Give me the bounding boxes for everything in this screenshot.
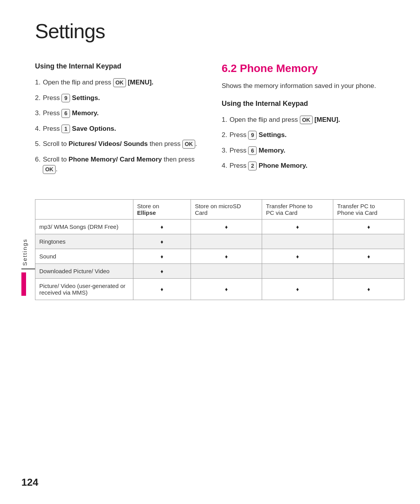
row-cell: ♦ (133, 249, 191, 263)
table-row: Picture/ Video (user-generated or receiv… (35, 278, 404, 300)
two-column-layout: Using the Internal Keypad 1. Open the fl… (35, 62, 404, 180)
key-1: 1 (61, 125, 70, 133)
step-content: Press 2 Phone Memory. (229, 161, 404, 171)
row-cell (191, 234, 262, 249)
row-cell: ♦ (191, 219, 262, 234)
key-2: 2 (248, 162, 257, 170)
step-content: Scroll to Pictures/ Videos/ Sounds then … (43, 139, 198, 149)
key-6: 6 (61, 109, 70, 118)
step-num: 1. (222, 115, 227, 125)
checkmark-diamond: ♦ (161, 268, 163, 274)
accent-bar (21, 272, 26, 296)
left-section-heading: Using the Internal Keypad (35, 62, 198, 70)
step-content: Press 1 Save Options. (43, 124, 198, 134)
col-header-1: Store onEllipse (133, 199, 191, 219)
left-step-3: 3. Press 6 Memory. (35, 108, 198, 118)
right-steps-list: 1. Open the flip and press OK [MENU]. 2.… (222, 115, 404, 171)
step-content: Open the flip and press OK [MENU]. (43, 77, 198, 88)
left-step-2: 2. Press 9 Settings. (35, 93, 198, 103)
row-label: Sound (35, 249, 133, 263)
step-num: 3. (35, 108, 40, 118)
right-section-heading: 6.2 Phone Memory (222, 62, 404, 75)
col-header-4: Transfer PC toPhone via Card (333, 199, 404, 219)
table-row: Sound♦♦♦♦ (35, 249, 404, 263)
step-content: Press 6 Memory. (229, 146, 404, 156)
row-cell: ♦ (133, 263, 191, 278)
step-content: Scroll to Phone Memory/ Card Memory then… (43, 155, 198, 174)
right-step-3: 3. Press 6 Memory. (222, 146, 404, 156)
right-step-4: 4. Press 2 Phone Memory. (222, 161, 404, 171)
right-column: 6.2 Phone Memory Shows the memory inform… (222, 62, 404, 180)
table-row: Ringtones♦ (35, 234, 404, 249)
row-cell (262, 263, 333, 278)
left-step-1: 1. Open the flip and press OK [MENU]. (35, 77, 198, 88)
step-content: Press 9 Settings. (43, 93, 198, 103)
step-content: Open the flip and press OK [MENU]. (229, 115, 404, 125)
row-cell (262, 234, 333, 249)
row-cell: ♦ (191, 278, 262, 300)
row-label: mp3/ WMA Songs (DRM Free) (35, 219, 133, 234)
page-title: Settings (35, 19, 404, 43)
step-num: 5. (35, 139, 40, 149)
checkmark-diamond: ♦ (296, 286, 299, 292)
ok-key: OK (43, 165, 56, 174)
row-cell: ♦ (133, 278, 191, 300)
memory-table: Store onEllipse Store on microSDCard Tra… (35, 199, 404, 300)
checkmark-diamond: ♦ (367, 253, 370, 260)
left-step-4: 4. Press 1 Save Options. (35, 124, 198, 134)
page-container: Settings 124 Settings Using the Internal… (0, 0, 420, 504)
key-9: 9 (248, 131, 257, 139)
row-cell: ♦ (262, 219, 333, 234)
step-content: Press 9 Settings. (229, 130, 404, 140)
col-header-3: Transfer Phone toPC via Card (262, 199, 333, 219)
step-num: 4. (35, 124, 40, 134)
row-cell: ♦ (133, 219, 191, 234)
step-num: 2. (222, 130, 227, 140)
row-label: Downloaded Picture/ Video (35, 263, 133, 278)
main-content: Settings Using the Internal Keypad 1. Op… (35, 19, 404, 300)
ok-key: OK (300, 116, 313, 124)
checkmark-diamond: ♦ (161, 239, 163, 245)
col-header-0 (35, 199, 133, 219)
row-cell (191, 263, 262, 278)
right-subheading: Using the Internal Keypad (222, 100, 404, 108)
row-cell (333, 263, 404, 278)
key-9: 9 (61, 94, 70, 102)
row-cell: ♦ (262, 278, 333, 300)
left-step-5: 5. Scroll to Pictures/ Videos/ Sounds th… (35, 139, 198, 149)
checkmark-diamond: ♦ (367, 224, 370, 230)
row-cell: ♦ (133, 234, 191, 249)
left-column: Using the Internal Keypad 1. Open the fl… (35, 62, 198, 180)
right-step-1: 1. Open the flip and press OK [MENU]. (222, 115, 404, 125)
sidebar-label: Settings (21, 238, 28, 265)
checkmark-diamond: ♦ (296, 253, 299, 260)
checkmark-diamond: ♦ (367, 286, 370, 292)
left-steps-list: 1. Open the flip and press OK [MENU]. 2.… (35, 77, 198, 174)
checkmark-diamond: ♦ (161, 253, 163, 260)
row-cell: ♦ (262, 249, 333, 263)
step-num: 2. (35, 93, 40, 103)
table-header-row: Store onEllipse Store on microSDCard Tra… (35, 199, 404, 219)
ok-key: OK (113, 78, 126, 87)
ok-key: OK (182, 140, 195, 148)
step-num: 4. (222, 161, 227, 171)
step-num: 6. (35, 155, 40, 165)
key-6: 6 (248, 146, 257, 155)
row-cell: ♦ (333, 249, 404, 263)
right-step-2: 2. Press 9 Settings. (222, 130, 404, 140)
row-cell (333, 234, 404, 249)
left-step-6: 6. Scroll to Phone Memory/ Card Memory t… (35, 155, 198, 174)
table-row: mp3/ WMA Songs (DRM Free)♦♦♦♦ (35, 219, 404, 234)
row-cell: ♦ (191, 249, 262, 263)
row-label: Ringtones (35, 234, 133, 249)
row-cell: ♦ (333, 278, 404, 300)
step-content: Press 6 Memory. (43, 108, 198, 118)
checkmark-diamond: ♦ (161, 224, 163, 230)
step-num: 1. (35, 77, 40, 88)
description-text: Shows the memory information saved in yo… (222, 81, 404, 91)
table-container: Store onEllipse Store on microSDCard Tra… (35, 199, 404, 300)
checkmark-diamond: ♦ (225, 253, 228, 260)
table-row: Downloaded Picture/ Video♦ (35, 263, 404, 278)
step-num: 3. (222, 146, 227, 156)
page-number: 124 (21, 476, 38, 488)
